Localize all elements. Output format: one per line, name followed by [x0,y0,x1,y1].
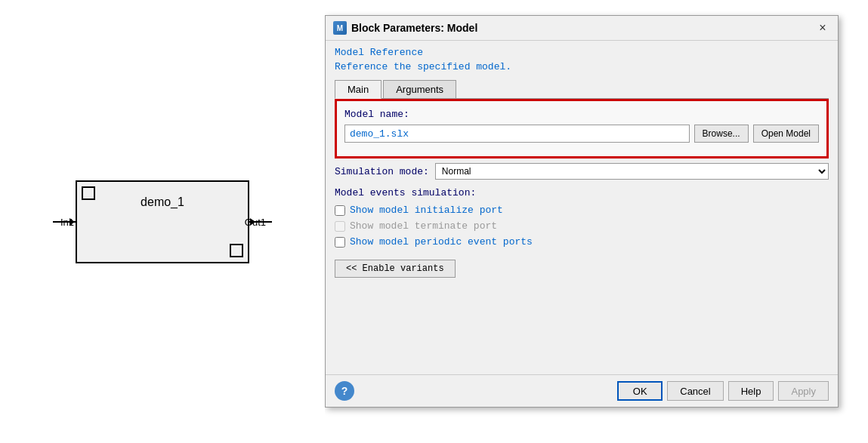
help-icon-button[interactable]: ? [335,381,354,401]
checkbox-periodic: Show model periodic event ports [335,236,829,248]
tab-main-content: Model name: Browse... Open Model [335,99,829,158]
open-model-button[interactable]: Open Model [753,125,819,143]
checkbox-terminate-input [335,221,345,232]
dialog-title: Block Parameters: Model [351,22,477,34]
checkbox-initialize-label: Show model initialize port [350,205,503,216]
model-name-label: Model name: [344,109,819,120]
checkbox-initialize: Show model initialize port [335,205,829,216]
enable-variants-button[interactable]: << Enable variants [335,260,456,278]
model-reference-label: Model Reference [335,47,829,58]
apply-button[interactable]: Apply [778,381,829,401]
sim-mode-label: Simulation mode: [335,166,429,177]
model-name-input[interactable] [344,125,690,143]
simulink-block[interactable]: demo_1 In1 Out1 [76,180,249,263]
tab-main[interactable]: Main [335,80,381,99]
model-events-label: Model events simulation: [335,187,829,198]
sim-mode-dropdown[interactable]: Normal Accelerator Rapid Accelerator Sof… [435,163,829,180]
tab-arguments[interactable]: Arguments [383,80,456,98]
dialog-title-left: M Block Parameters: Model [333,21,477,35]
canvas-area: demo_1 In1 Out1 [0,0,325,443]
checkbox-periodic-label: Show model periodic event ports [350,236,533,248]
dialog-footer: ? OK Cancel Help Apply [326,374,838,407]
footer-left: ? [335,381,613,401]
model-name-row: Browse... Open Model [344,125,819,143]
dialog-body: Model Reference Reference the specified … [326,41,838,374]
checkbox-initialize-input[interactable] [335,205,345,216]
port-in-label: In1 [60,216,74,227]
reference-desc: Reference the specified model. [335,61,829,72]
checkbox-terminate: Show model terminate port [335,220,829,232]
browse-button[interactable]: Browse... [694,125,749,143]
dialog-overlay: M Block Parameters: Model × Model Refere… [325,0,868,443]
section-below: Simulation mode: Normal Accelerator Rapi… [335,158,829,282]
tabs: Main Arguments [335,80,829,99]
close-button[interactable]: × [815,20,830,35]
dialog-titlebar: M Block Parameters: Model × [326,16,838,41]
ok-button[interactable]: OK [617,381,663,401]
help-button[interactable]: Help [728,381,774,401]
cancel-button[interactable]: Cancel [667,381,723,401]
block-parameters-dialog: M Block Parameters: Model × Model Refere… [325,15,839,408]
checkbox-terminate-label: Show model terminate port [350,220,497,232]
block-title: demo_1 [77,195,248,209]
sim-mode-row: Simulation mode: Normal Accelerator Rapi… [335,163,829,180]
dialog-icon: M [333,21,347,35]
checkbox-periodic-input[interactable] [335,237,345,248]
